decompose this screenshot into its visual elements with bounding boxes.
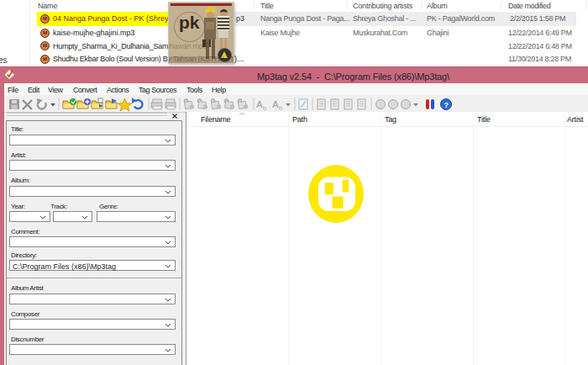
svg-text:?: ? xyxy=(444,101,449,109)
svg-text:b: b xyxy=(279,104,282,112)
svg-text:A: A xyxy=(256,99,263,109)
svg-text:b: b xyxy=(263,104,266,112)
svg-text:A: A xyxy=(272,99,279,109)
